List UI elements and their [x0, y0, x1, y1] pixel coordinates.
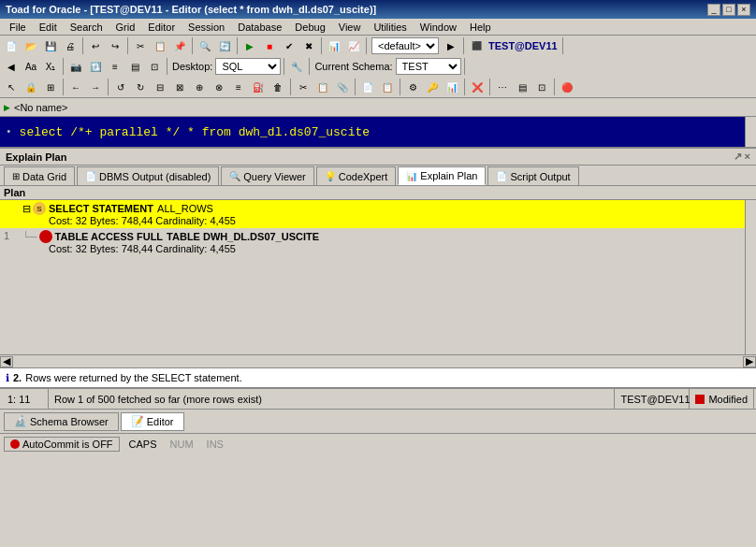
toolbar3-btn24[interactable]: ⋯ [493, 78, 512, 96]
plan-table[interactable]: ⊟ S SELECT STATEMENT ALL_ROWS Cost: 32 B… [0, 200, 745, 354]
copy-button[interactable]: 📋 [151, 36, 169, 55]
desktop-select[interactable]: SQL [215, 58, 281, 75]
toolbar3-btn6[interactable]: ↺ [111, 78, 130, 96]
menu-grid[interactable]: Grid [110, 21, 141, 34]
toolbar2-btn5[interactable]: 🔃 [86, 57, 105, 76]
toolbar3-btn7[interactable]: ↻ [131, 78, 150, 96]
scroll-left-button[interactable]: ◀ [0, 356, 13, 367]
print-button[interactable]: 🖨 [61, 36, 80, 55]
rollback-button[interactable]: ✖ [299, 36, 318, 55]
toolbar2-btn7[interactable]: ▤ [125, 57, 144, 76]
toolbar3-btn8[interactable]: ⊟ [151, 78, 169, 96]
menu-view[interactable]: View [333, 21, 367, 34]
separator-17 [355, 79, 356, 95]
toolbar2-btn2[interactable]: Aa [22, 57, 40, 76]
tab-explain-plan[interactable]: 📊 Explain Plan [398, 166, 486, 185]
plan-row-0[interactable]: ⊟ S SELECT STATEMENT ALL_ROWS Cost: 32 B… [0, 200, 745, 228]
menu-editor[interactable]: Editor [142, 21, 181, 34]
toolbar3-btn15[interactable]: ✂ [294, 78, 313, 96]
menu-session[interactable]: Session [182, 21, 230, 34]
menu-utilities[interactable]: Utilities [368, 21, 412, 34]
stop-button[interactable]: ■ [260, 36, 279, 55]
toolbar2-btn1[interactable]: ◀ [2, 57, 21, 76]
plan-row-0-detail: Cost: 32 Bytes: 748,44 Cardinality: 4,45… [49, 215, 741, 226]
explain-button[interactable]: 📊 [325, 36, 343, 55]
tab-editor[interactable]: 📝 Editor [121, 412, 184, 431]
sql-icon: ▶ [4, 103, 10, 112]
toolbar3-btn14[interactable]: 🗑 [269, 78, 287, 96]
explain-header: Explain Plan ↗ × [0, 149, 756, 166]
open-button[interactable]: 📂 [22, 36, 40, 55]
toolbar3-btn23[interactable]: ❌ [468, 78, 487, 96]
h-scrollbar[interactable] [13, 356, 743, 367]
toolbar3-btn3[interactable]: ⊞ [41, 78, 60, 96]
toolbar3-btn27[interactable]: 🔴 [558, 78, 576, 96]
minimize-button[interactable]: _ [707, 4, 720, 16]
toolbar3-btn1[interactable]: ↖ [2, 78, 21, 96]
toolbar2-btn8[interactable]: ⊡ [145, 57, 164, 76]
plan-row-1-op: TABLE ACCESS FULL [55, 231, 164, 242]
tab-schema-browser[interactable]: 🔬 Schema Browser [4, 412, 119, 431]
toolbar3-btn17[interactable]: 📎 [333, 78, 352, 96]
toolbar3-btn5[interactable]: → [86, 78, 105, 96]
menu-edit[interactable]: Edit [34, 21, 63, 34]
trace-button[interactable]: 📈 [344, 36, 363, 55]
tab-data-grid-label: Data Grid [22, 171, 66, 182]
save-button[interactable]: 💾 [41, 36, 60, 55]
scroll-right-button[interactable]: ▶ [743, 356, 756, 367]
toolbar2-btn6[interactable]: ≡ [106, 57, 124, 76]
toolbar3-btn4[interactable]: ← [66, 78, 85, 96]
toolbar3-btn2[interactable]: 🔒 [22, 78, 40, 96]
toolbar3-btn25[interactable]: ▤ [513, 78, 531, 96]
editor-area[interactable]: • select /*+ parallel */ * from dwh_dl.d… [0, 117, 756, 147]
editor-scrollbar[interactable] [745, 117, 756, 147]
find-button[interactable]: 🔍 [196, 36, 214, 55]
tab-data-grid[interactable]: ⊞ Data Grid [4, 166, 75, 185]
redo-button[interactable]: ↪ [106, 36, 124, 55]
menu-window[interactable]: Window [414, 21, 462, 34]
menu-debug[interactable]: Debug [289, 21, 330, 34]
toolbar3-btn21[interactable]: 🔑 [423, 78, 442, 96]
toolbar3-btn11[interactable]: ⊗ [210, 78, 228, 96]
cut-button[interactable]: ✂ [131, 36, 150, 55]
connection-icon: ⬛ [467, 36, 486, 55]
toolbar3-btn16[interactable]: 📋 [313, 78, 332, 96]
toolbar3-btn12[interactable]: ≡ [229, 78, 248, 96]
toolbar2-btn3[interactable]: X₁ [41, 57, 60, 76]
schema-select[interactable]: <default> [371, 37, 439, 54]
plan-row-0-main-line: ⊟ S SELECT STATEMENT ALL_ROWS [22, 202, 741, 215]
menu-search[interactable]: Search [65, 21, 109, 34]
menu-database[interactable]: Database [232, 21, 287, 34]
plan-v-scrollbar[interactable] [745, 200, 756, 354]
toolbar3-btn19[interactable]: 📋 [378, 78, 397, 96]
current-schema-select[interactable]: TEST [396, 58, 461, 75]
replace-button[interactable]: 🔄 [215, 36, 234, 55]
autocommit-button[interactable]: AutoCommit is OFF [4, 437, 120, 452]
run-button[interactable]: ▶ [240, 36, 259, 55]
toolbar2-btn4[interactable]: 📷 [66, 57, 85, 76]
tab-script-output[interactable]: 📄 Script Output [487, 166, 578, 185]
paste-button[interactable]: 📌 [170, 36, 189, 55]
maximize-button[interactable]: □ [722, 4, 735, 16]
new-file-button[interactable]: 📄 [2, 36, 21, 55]
toolbar2-btn9[interactable]: 🔧 [287, 57, 306, 76]
toolbar3-btn18[interactable]: 📄 [358, 78, 377, 96]
schema-go-button[interactable]: ▶ [442, 36, 460, 55]
plan-row-1[interactable]: 1 └─ TABLE ACCESS FULL TABLE DWH_DL.DS07… [0, 228, 745, 256]
editor-content[interactable]: select /*+ parallel */ * from dwh_dl.ds0… [20, 125, 370, 139]
commit-button[interactable]: ✔ [280, 36, 298, 55]
undo-button[interactable]: ↩ [86, 36, 105, 55]
toolbar3-btn13[interactable]: ⛽ [249, 78, 268, 96]
menu-file[interactable]: File [4, 21, 32, 34]
toolbar3-btn10[interactable]: ⊕ [190, 78, 209, 96]
tab-query-viewer[interactable]: 🔍 Query Viewer [221, 166, 313, 185]
tab-dbms-output[interactable]: 📄 DBMS Output (disabled) [77, 166, 219, 185]
toolbar3-btn26[interactable]: ⊡ [532, 78, 551, 96]
close-button[interactable]: × [737, 4, 750, 16]
toolbar3-btn9[interactable]: ⊠ [170, 78, 189, 96]
modified-square [695, 395, 705, 404]
menu-help[interactable]: Help [464, 21, 497, 34]
tab-codexpert[interactable]: 💡 CodeXpert [316, 166, 397, 185]
toolbar3-btn20[interactable]: ⚙ [403, 78, 422, 96]
toolbar3-btn22[interactable]: 📊 [443, 78, 461, 96]
